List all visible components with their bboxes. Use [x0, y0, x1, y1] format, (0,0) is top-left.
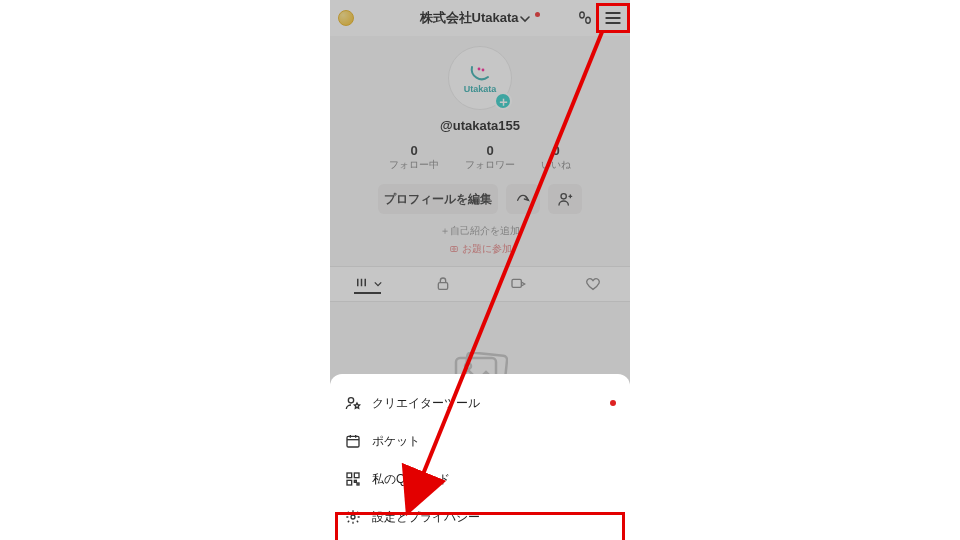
share-profile-button[interactable] — [506, 184, 540, 214]
svg-point-18 — [348, 398, 353, 403]
tab-private[interactable] — [405, 276, 480, 292]
sheet-item-pocket[interactable]: ポケット — [330, 422, 630, 460]
profile-handle: @utakata155 — [330, 118, 630, 133]
svg-rect-13 — [438, 283, 447, 290]
profile-actions: プロフィールを編集 — [330, 184, 630, 214]
topic-hint[interactable]: お題に参加 — [449, 242, 512, 256]
svg-point-28 — [351, 515, 355, 519]
svg-rect-23 — [347, 473, 352, 478]
svg-rect-25 — [347, 480, 352, 485]
add-bio-hint[interactable]: ＋自己紹介を追加 — [440, 224, 520, 238]
tab-repost[interactable] — [480, 276, 555, 292]
account-name: 株式会社Utakata — [420, 9, 519, 27]
gear-icon — [344, 508, 362, 526]
svg-point-5 — [478, 67, 481, 70]
svg-point-6 — [482, 68, 485, 71]
sheet-item-label: ポケット — [372, 433, 420, 450]
sheet-item-creator-tools[interactable]: クリエイターツール — [330, 384, 630, 422]
svg-point-0 — [580, 12, 585, 18]
notification-dot-icon — [535, 12, 540, 17]
stats-row: 0 フォロー中 0 フォロワー 0 いいね — [330, 143, 630, 172]
coin-icon[interactable] — [338, 10, 354, 26]
qr-icon — [344, 470, 362, 488]
sheet-item-label: 私のQRコード — [372, 471, 450, 488]
top-bar-right — [576, 0, 626, 36]
edit-profile-button[interactable]: プロフィールを編集 — [378, 184, 498, 214]
calendar-icon — [344, 432, 362, 450]
svg-rect-24 — [354, 473, 359, 478]
svg-point-1 — [586, 17, 591, 23]
person-star-icon — [344, 394, 362, 412]
svg-rect-26 — [354, 480, 356, 482]
chevron-down-icon — [520, 11, 530, 26]
svg-rect-27 — [357, 483, 359, 485]
profile-section: Utakata ＋ @utakata155 0 フォロー中 0 フォロワー 0 … — [330, 36, 630, 256]
svg-point-9 — [452, 248, 455, 251]
content-tabs — [330, 266, 630, 302]
bottom-sheet: クリエイターツール ポケット 私のQRコード 設定とプライバシー — [330, 374, 630, 540]
sheet-item-label: クリエイターツール — [372, 395, 480, 412]
svg-rect-19 — [347, 436, 359, 447]
add-story-badge-icon[interactable]: ＋ — [494, 92, 512, 110]
sheet-item-qr[interactable]: 私のQRコード — [330, 460, 630, 498]
tab-liked[interactable] — [555, 276, 630, 292]
svg-rect-14 — [512, 279, 521, 287]
top-bar: 株式会社Utakata — [330, 0, 630, 36]
phone-frame: 株式会社Utakata — [330, 0, 630, 540]
footprints-icon[interactable] — [576, 9, 594, 27]
avatar-brand-label: Utakata — [464, 84, 497, 94]
svg-rect-8 — [450, 247, 457, 252]
stat-followers[interactable]: 0 フォロワー — [465, 143, 515, 172]
add-friend-button[interactable] — [548, 184, 582, 214]
sheet-item-settings-privacy[interactable]: 設定とプライバシー — [330, 498, 630, 536]
tab-grid[interactable] — [330, 275, 405, 293]
notification-dot-icon — [610, 400, 616, 406]
profile-hints: ＋自己紹介を追加 お題に参加 — [330, 224, 630, 256]
sheet-item-label: 設定とプライバシー — [372, 509, 480, 526]
stat-likes[interactable]: 0 いいね — [541, 143, 571, 172]
hamburger-menu-icon[interactable] — [600, 5, 626, 31]
stat-following[interactable]: 0 フォロー中 — [389, 143, 439, 172]
avatar-wrap[interactable]: Utakata ＋ — [448, 46, 512, 110]
svg-point-7 — [561, 194, 566, 199]
account-switcher[interactable]: 株式会社Utakata — [420, 9, 541, 27]
